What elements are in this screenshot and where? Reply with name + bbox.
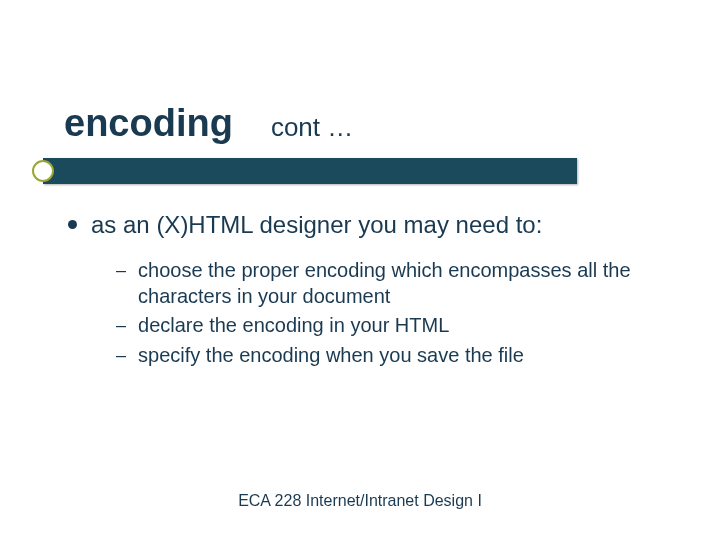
footer-text: ECA 228 Internet/Intranet Design I bbox=[0, 492, 720, 510]
divider-rect bbox=[43, 158, 577, 184]
bullet-dash-icon: – bbox=[116, 315, 126, 336]
slide: encoding cont … as an (X)HTML designer y… bbox=[0, 0, 720, 540]
list-item: – choose the proper encoding which encom… bbox=[116, 258, 680, 309]
bullet-dash-icon: – bbox=[116, 345, 126, 366]
divider-circle-icon bbox=[32, 160, 54, 182]
list-item: – declare the encoding in your HTML bbox=[116, 313, 680, 339]
sub-bullet-list: – choose the proper encoding which encom… bbox=[116, 258, 680, 368]
main-bullet-text: as an (X)HTML designer you may need to: bbox=[91, 210, 542, 240]
bullet-disc-icon bbox=[68, 220, 77, 229]
sub-bullet-text: choose the proper encoding which encompa… bbox=[138, 258, 680, 309]
slide-title: encoding bbox=[64, 102, 233, 145]
slide-subtitle: cont … bbox=[271, 112, 353, 143]
title-area: encoding cont … bbox=[64, 102, 353, 145]
bullet-dash-icon: – bbox=[116, 260, 126, 281]
main-bullet: as an (X)HTML designer you may need to: bbox=[68, 210, 680, 240]
sub-bullet-text: declare the encoding in your HTML bbox=[138, 313, 449, 339]
list-item: – specify the encoding when you save the… bbox=[116, 343, 680, 369]
sub-bullet-text: specify the encoding when you save the f… bbox=[138, 343, 524, 369]
content-area: as an (X)HTML designer you may need to: … bbox=[68, 210, 680, 372]
divider-bar bbox=[32, 156, 577, 186]
